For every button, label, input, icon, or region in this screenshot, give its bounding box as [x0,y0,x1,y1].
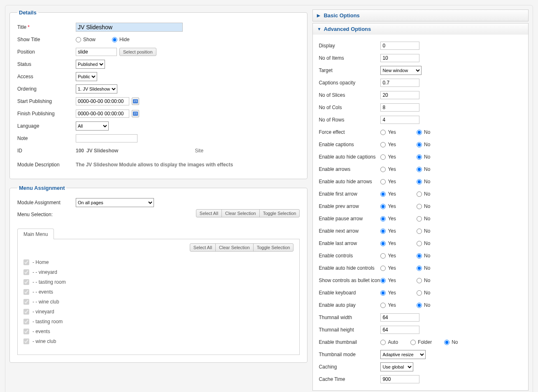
enable-thumbnail-no-radio[interactable] [444,340,449,345]
enable-arrows-yes-radio[interactable] [380,167,386,172]
menu-item: - events [23,327,293,336]
no-items-input[interactable] [380,54,419,62]
enable-auto-play-no-radio[interactable] [417,303,422,308]
menu-item-label: - - vineyard [33,269,57,275]
basic-options-panel: ▶ Basic Options [312,9,529,21]
enable-controls-no-radio[interactable] [417,253,422,259]
enable-first-arrow-no-radio[interactable] [417,191,422,197]
force-effect-yes-radio[interactable] [380,130,386,135]
enable-captions-no-radio[interactable] [417,142,422,147]
enable-prev-arrow-yes-radio[interactable] [380,204,386,209]
note-input[interactable] [76,134,137,142]
enable-prev-arrow-no-radio[interactable] [417,204,422,209]
option-label: Enable last arrow [319,240,380,246]
select-position-button[interactable]: Select position [119,48,156,56]
select-all-button[interactable]: Select All [196,209,222,217]
title-input[interactable] [76,23,183,32]
no-rows-input[interactable] [380,116,419,124]
enable-keyboard-no-radio[interactable] [417,290,422,296]
option-row-thumb-width: Thumnail width [319,311,522,324]
enable-thumbnail-folder-radio[interactable] [410,340,416,345]
calendar-icon[interactable]: 23 [132,98,139,105]
advanced-options-header[interactable]: ▼ Advanced Options [313,23,528,35]
enable-next-arrow-no-radio[interactable] [417,229,422,234]
enable-pause-arrow-yes-radio[interactable] [380,216,386,222]
no-slices-input[interactable] [380,91,419,99]
start-publishing-input[interactable] [76,97,129,105]
enable-auto-hide-arrows-no-radio[interactable] [417,179,422,184]
select-all-button[interactable]: Select All [190,243,216,252]
menu-item-checkbox[interactable] [23,309,29,315]
option-row-thumb-height: Thumnail height [319,324,522,336]
enable-auto-hide-controls-no-radio[interactable] [417,266,422,271]
toggle-selection-button[interactable]: Toggle Selection [253,243,294,252]
show-controls-bullet-yes-radio[interactable] [380,278,386,283]
enable-last-arrow-yes-radio[interactable] [380,241,386,246]
module-description-label: Module Description [17,162,76,168]
option-label: Enable captions [319,142,380,147]
option-row-enable-captions: Enable captionsYesNo [319,138,522,151]
option-row-enable-prev-arrow: Enable prev arrowYesNo [319,200,522,212]
option-label: Thumnail width [319,315,380,320]
show-controls-bullet-no-radio[interactable] [417,278,422,283]
finish-publishing-input[interactable] [76,110,129,118]
access-select[interactable]: Public [76,72,97,81]
clear-selection-button[interactable]: Clear Selection [215,243,254,252]
menu-selection-actions-inner: Select All Clear Selection Toggle Select… [190,243,294,252]
menu-item-checkbox[interactable] [23,338,29,344]
caching-select[interactable]: Use global [380,362,413,371]
enable-controls-yes-radio[interactable] [380,253,386,259]
language-select[interactable]: All [76,121,109,131]
option-label: Enable next arrow [319,228,380,234]
thumbnail-mode-select[interactable]: Adaptive resize [380,350,426,359]
enable-thumbnail-auto-radio[interactable] [380,340,386,345]
menu-pane: Select All Clear Selection Toggle Select… [17,239,300,355]
enable-arrows-no-radio[interactable] [417,167,422,172]
option-row-show-controls-bullet: Show controls as bullet iconYesNo [319,274,522,287]
menu-item-checkbox[interactable] [23,289,29,295]
option-row-force-effect: Force effectYesNo [319,126,522,138]
menu-item-checkbox[interactable] [23,259,29,265]
menu-item-checkbox[interactable] [23,329,29,334]
enable-auto-hide-arrows-yes-radio[interactable] [380,179,386,184]
enable-auto-play-yes-radio[interactable] [380,303,386,308]
menu-item-checkbox[interactable] [23,299,29,305]
display-input[interactable] [380,42,419,50]
module-assignment-select[interactable]: On all pages [76,198,154,207]
position-input[interactable] [76,48,117,56]
enable-auto-hide-captions-no-radio[interactable] [417,154,422,160]
enable-pause-arrow-no-radio[interactable] [417,216,422,222]
thumb-height-input[interactable] [380,326,419,334]
show-title-show-radio[interactable] [76,37,81,42]
no-cols-input[interactable] [380,103,419,112]
enable-first-arrow-yes-radio[interactable] [380,191,386,197]
toggle-selection-button[interactable]: Toggle Selection [259,209,300,217]
cache-time-input[interactable] [380,375,419,383]
enable-next-arrow-yes-radio[interactable] [380,229,386,234]
show-title-hide-radio[interactable] [112,37,117,42]
force-effect-no-radio[interactable] [417,130,422,135]
tab-main-menu[interactable]: Main Menu [17,229,54,239]
status-select[interactable]: Published [76,60,105,69]
menu-item-checkbox[interactable] [23,279,29,285]
thumb-width-input[interactable] [380,313,419,322]
captions-opacity-input[interactable] [380,79,419,87]
required-mark: * [28,24,30,30]
clear-selection-button[interactable]: Clear Selection [221,209,260,217]
enable-auto-hide-controls-yes-radio[interactable] [380,266,386,271]
option-label: Enable prev arrow [319,203,380,209]
menu-selection-label: Menu Selection: [17,209,76,217]
enable-captions-yes-radio[interactable] [380,142,386,147]
enable-last-arrow-no-radio[interactable] [417,241,422,246]
menu-item-checkbox[interactable] [23,319,29,324]
calendar-icon[interactable]: 23 [132,110,139,117]
menu-item-label: - - wine club [33,299,59,305]
option-row-enable-next-arrow: Enable next arrowYesNo [319,225,522,237]
menu-item-label: - - tasting room [33,279,66,285]
basic-options-header[interactable]: ▶ Basic Options [313,10,528,21]
ordering-select[interactable]: 1. JV Slideshow [76,84,117,93]
target-select[interactable]: New window [380,66,422,75]
menu-item-checkbox[interactable] [23,269,29,275]
enable-auto-hide-captions-yes-radio[interactable] [380,154,386,160]
enable-keyboard-yes-radio[interactable] [380,290,386,296]
